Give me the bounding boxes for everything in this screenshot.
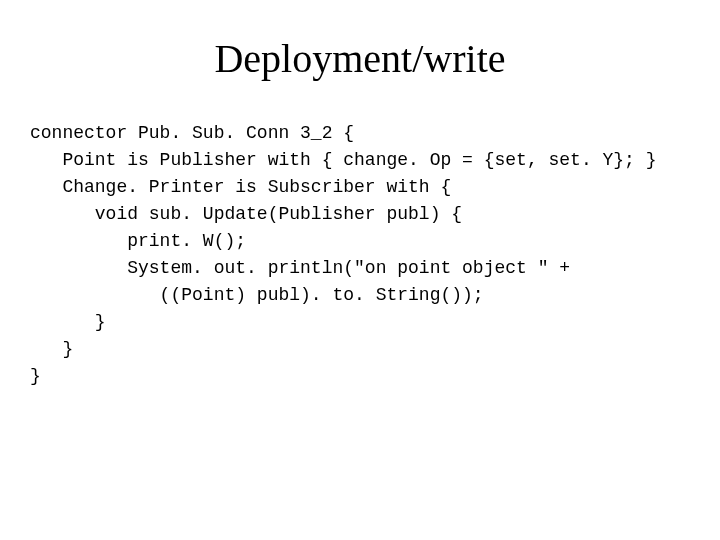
- code-line-4: void sub. Update(Publisher publ) {: [30, 204, 462, 224]
- code-line-10: }: [30, 366, 41, 386]
- slide-title: Deployment/write: [20, 35, 700, 82]
- code-line-9: }: [30, 339, 73, 359]
- code-line-2: Point is Publisher with { change. Op = {…: [30, 150, 657, 170]
- code-line-5: print. W();: [30, 231, 246, 251]
- code-line-1: connector Pub. Sub. Conn 3_2 {: [30, 123, 354, 143]
- code-line-7: ((Point) publ). to. String());: [30, 285, 484, 305]
- slide-container: Deployment/write connector Pub. Sub. Con…: [0, 0, 720, 540]
- code-line-3: Change. Printer is Subscriber with {: [30, 177, 451, 197]
- code-line-8: }: [30, 312, 106, 332]
- code-line-6: System. out. println("on point object " …: [30, 258, 570, 278]
- code-block: connector Pub. Sub. Conn 3_2 { Point is …: [20, 120, 700, 390]
